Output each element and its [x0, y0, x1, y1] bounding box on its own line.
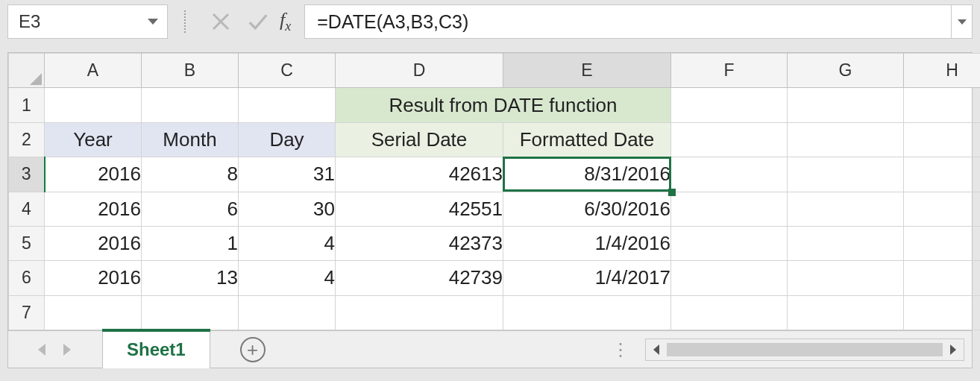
- cell-G1[interactable]: [788, 88, 904, 122]
- cell-F5[interactable]: [671, 226, 788, 260]
- expand-formula-bar-button[interactable]: [952, 4, 973, 39]
- sheet-nav-prev[interactable]: [38, 344, 45, 356]
- sheet-tab[interactable]: Sheet1: [102, 331, 210, 368]
- cell-F3[interactable]: [671, 157, 788, 192]
- header-C[interactable]: Day: [239, 122, 336, 157]
- header-E[interactable]: Formatted Date: [503, 122, 671, 157]
- cell-G3[interactable]: [788, 157, 904, 192]
- cell-E5[interactable]: 1/4/2016: [503, 226, 671, 260]
- scroll-right-button[interactable]: [943, 339, 964, 360]
- cell-A4[interactable]: 2016: [45, 192, 142, 226]
- cell-B1[interactable]: [142, 88, 239, 122]
- header-A[interactable]: Year: [45, 122, 142, 157]
- plus-icon: +: [247, 340, 258, 359]
- cell-G2[interactable]: [788, 122, 904, 157]
- cell-C1[interactable]: [239, 88, 336, 122]
- cell-C5[interactable]: 4: [239, 226, 336, 260]
- row-header-3[interactable]: 3: [9, 157, 45, 192]
- cell-E6[interactable]: 1/4/2017: [503, 261, 671, 295]
- sheet-nav-next[interactable]: [63, 344, 71, 356]
- select-all-corner[interactable]: [9, 54, 45, 88]
- cell-E4[interactable]: 6/30/2016: [503, 192, 671, 226]
- cell-B4[interactable]: 6: [142, 192, 239, 226]
- formula-bar-input[interactable]: =DATE(A3,B3,C3): [304, 4, 952, 39]
- enter-button[interactable]: [239, 5, 277, 38]
- tab-strip-divider: ⋮: [612, 339, 632, 360]
- formula-text: =DATE(A3,B3,C3): [317, 11, 468, 33]
- cell-A6[interactable]: 2016: [45, 261, 142, 295]
- merged-title-cell[interactable]: Result from DATE function: [336, 88, 671, 122]
- cell-F7[interactable]: [671, 295, 788, 330]
- cell-G7[interactable]: [788, 295, 904, 330]
- cancel-icon: [210, 10, 232, 33]
- cell-A1[interactable]: [45, 88, 142, 122]
- spreadsheet-grid[interactable]: ABCDEFGH1Result from DATE function2YearM…: [8, 53, 980, 330]
- cell-C6[interactable]: 4: [239, 261, 336, 295]
- cell-H2[interactable]: [904, 122, 981, 157]
- cell-D6[interactable]: 42739: [336, 261, 503, 295]
- cell-A7[interactable]: [45, 295, 142, 330]
- horizontal-scrollbar[interactable]: [645, 339, 964, 361]
- cell-G4[interactable]: [788, 192, 904, 226]
- cell-B6[interactable]: 13: [142, 261, 239, 295]
- cell-G5[interactable]: [788, 226, 904, 260]
- row-header-6[interactable]: 6: [9, 261, 45, 295]
- column-header-D[interactable]: D: [336, 54, 503, 88]
- hscroll-thumb[interactable]: [667, 343, 943, 356]
- row-header-1[interactable]: 1: [9, 88, 45, 122]
- hscroll-track[interactable]: [667, 343, 943, 356]
- cell-F1[interactable]: [671, 88, 788, 122]
- cell-E7[interactable]: [503, 295, 671, 330]
- column-header-G[interactable]: G: [788, 54, 904, 88]
- cell-C3[interactable]: 31: [239, 157, 336, 192]
- cell-F2[interactable]: [671, 122, 788, 157]
- row-header-5[interactable]: 5: [9, 226, 45, 260]
- name-box[interactable]: E3: [7, 4, 168, 39]
- cell-H4[interactable]: [904, 192, 981, 226]
- scroll-left-button[interactable]: [646, 339, 667, 360]
- cell-C4[interactable]: 30: [239, 192, 336, 226]
- column-header-C[interactable]: C: [239, 54, 336, 88]
- row-header-2[interactable]: 2: [9, 122, 45, 157]
- cell-H5[interactable]: [904, 226, 981, 260]
- cell-B5[interactable]: 1: [142, 226, 239, 260]
- cell-H1[interactable]: [904, 88, 981, 122]
- header-B[interactable]: Month: [142, 122, 239, 157]
- add-sheet-button[interactable]: +: [240, 337, 266, 362]
- sheet-tab-label: Sheet1: [127, 339, 186, 360]
- cell-F4[interactable]: [671, 192, 788, 226]
- cell-D4[interactable]: 42551: [336, 192, 503, 226]
- cell-C7[interactable]: [239, 295, 336, 330]
- row-header-7[interactable]: 7: [9, 295, 45, 330]
- insert-function-button[interactable]: fx: [280, 9, 291, 34]
- cell-D3[interactable]: 42613: [336, 157, 503, 192]
- column-header-H[interactable]: H: [904, 54, 981, 88]
- name-box-text: E3: [19, 11, 40, 32]
- cell-H3[interactable]: [904, 157, 981, 192]
- triangle-left-icon: [653, 344, 659, 355]
- cancel-button[interactable]: [202, 5, 239, 38]
- cell-A3[interactable]: 2016: [45, 157, 142, 192]
- check-icon: [247, 10, 269, 33]
- formula-bar-separator: [184, 10, 186, 33]
- row-header-4[interactable]: 4: [9, 192, 45, 226]
- cell-F6[interactable]: [671, 261, 788, 295]
- cell-B3[interactable]: 8: [142, 157, 239, 192]
- column-header-B[interactable]: B: [142, 54, 239, 88]
- cell-A5[interactable]: 2016: [45, 226, 142, 260]
- column-header-F[interactable]: F: [671, 54, 788, 88]
- cell-D5[interactable]: 42373: [336, 226, 503, 260]
- cell-B7[interactable]: [142, 295, 239, 330]
- name-box-dropdown-icon[interactable]: [148, 19, 158, 25]
- cell-H6[interactable]: [904, 261, 981, 295]
- cell-E3[interactable]: 8/31/2016: [503, 157, 671, 192]
- column-header-E[interactable]: E: [503, 54, 671, 88]
- chevron-down-icon: [958, 19, 967, 25]
- cell-H7[interactable]: [904, 295, 981, 330]
- cell-D7[interactable]: [336, 295, 503, 330]
- triangle-right-icon: [950, 344, 956, 355]
- header-D[interactable]: Serial Date: [336, 122, 503, 157]
- column-header-A[interactable]: A: [45, 54, 142, 88]
- cell-G6[interactable]: [788, 261, 904, 295]
